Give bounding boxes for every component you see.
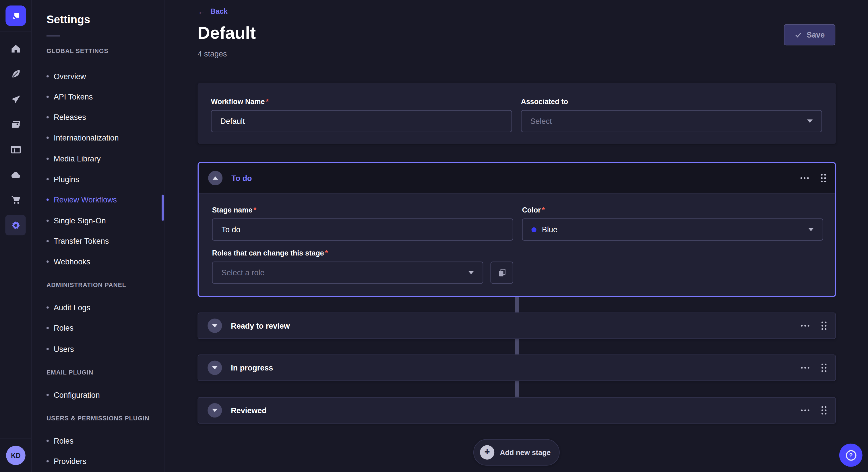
expand-stage-button[interactable]: [208, 318, 222, 333]
sidebar-item-webhooks[interactable]: Webhooks: [46, 256, 90, 267]
sidebar-item-audit-logs[interactable]: Audit Logs: [46, 302, 90, 313]
stage-name-label: Stage name*: [212, 206, 513, 214]
more-options-icon[interactable]: [801, 367, 803, 369]
bullet-icon: [46, 348, 49, 350]
strapi-logo[interactable]: [5, 5, 26, 26]
associated-to-placeholder: Select: [530, 117, 552, 126]
sidebar-item-transfer-tokens[interactable]: Transfer Tokens: [46, 236, 109, 247]
sidebar-item-media-library[interactable]: Media Library: [46, 153, 101, 164]
color-label: Color*: [522, 206, 823, 214]
sidebar-item-up-roles[interactable]: Roles: [46, 435, 73, 446]
home-icon[interactable]: [5, 38, 26, 59]
question-mark-icon: ?: [846, 450, 856, 461]
bullet-icon: [46, 158, 49, 160]
section-administration-panel: ADMINISTRATION PANEL: [46, 281, 126, 288]
settings-sidebar: Settings GLOBAL SETTINGS Overview API To…: [32, 0, 164, 472]
back-link[interactable]: ← Back: [198, 7, 228, 15]
content-feather-icon[interactable]: [5, 63, 26, 84]
color-swatch-blue: [531, 227, 536, 232]
stage-header-to-do[interactable]: To do: [198, 163, 835, 194]
media-library-icon[interactable]: [5, 114, 26, 134]
sidebar-scrollbar[interactable]: [162, 195, 164, 221]
bullet-icon: [46, 198, 49, 201]
bullet-icon: [46, 116, 49, 119]
user-avatar[interactable]: KD: [6, 446, 25, 465]
avatar-initials: KD: [11, 452, 20, 460]
sidebar-item-review-workflows[interactable]: Review Workflows: [46, 194, 117, 205]
sidebar-item-providers[interactable]: Providers: [46, 456, 86, 467]
required-mark: *: [542, 206, 545, 214]
sidebar-item-configuration[interactable]: Configuration: [46, 390, 100, 401]
add-new-stage-button[interactable]: + Add new stage: [473, 439, 560, 466]
bullet-icon: [46, 240, 49, 242]
strapi-logo-icon: [10, 10, 22, 22]
more-options-icon[interactable]: [801, 409, 803, 411]
associated-to-select[interactable]: Select: [521, 110, 822, 132]
required-mark: *: [253, 206, 256, 214]
roles-label: Roles that can change this stage*: [212, 249, 513, 257]
sidebar-item-plugins[interactable]: Plugins: [46, 174, 79, 185]
collapse-stage-button[interactable]: [208, 171, 222, 185]
sidebar-item-api-tokens[interactable]: API Tokens: [46, 91, 93, 102]
sidebar-item-admin-roles[interactable]: Roles: [46, 322, 73, 334]
stage-title: Ready to review: [231, 322, 290, 330]
required-mark: *: [266, 97, 269, 105]
expand-stage-button[interactable]: [208, 403, 222, 417]
expand-stage-button[interactable]: [208, 361, 222, 375]
stage-card-to-do: To do Stage name* Color*: [198, 162, 836, 297]
stage-title: Reviewed: [231, 406, 267, 415]
workflow-form-panel: Workflow Name* Associated to Select: [198, 83, 836, 144]
stage-row-in-progress[interactable]: In progress: [198, 355, 836, 381]
drag-handle-icon[interactable]: [822, 364, 823, 365]
chevron-down-icon: [807, 120, 813, 123]
sidebar-item-internationalization[interactable]: Internationalization: [46, 132, 119, 143]
bullet-icon: [46, 136, 49, 139]
chevron-down-icon: [212, 324, 218, 328]
send-plane-icon[interactable]: [5, 89, 26, 109]
sidebar-item-single-sign-on[interactable]: Single Sign-On: [46, 215, 106, 226]
chevron-down-icon: [808, 228, 814, 231]
help-button[interactable]: ?: [839, 444, 863, 467]
sidebar-item-users[interactable]: Users: [46, 343, 74, 355]
cloud-icon[interactable]: [5, 165, 26, 185]
stage-row-ready-to-review[interactable]: Ready to review: [198, 312, 836, 339]
copy-icon: [497, 268, 507, 278]
back-label: Back: [210, 7, 228, 15]
workflow-name-field: [211, 110, 512, 132]
page-title: Default: [198, 23, 256, 43]
bullet-icon: [46, 260, 49, 263]
section-email-plugin: EMAIL PLUGIN: [46, 369, 93, 375]
stage-name-field: [212, 218, 513, 241]
drag-handle-icon[interactable]: [822, 406, 823, 408]
drag-handle-icon[interactable]: [822, 322, 823, 323]
save-button[interactable]: Save: [784, 24, 835, 45]
color-select[interactable]: Blue: [522, 218, 823, 241]
stage-row-reviewed[interactable]: Reviewed: [198, 397, 836, 424]
layout-icon[interactable]: [5, 139, 26, 160]
marketplace-cart-icon[interactable]: [5, 190, 26, 210]
rail-divider: [0, 32, 32, 32]
workflow-name-input[interactable]: [220, 117, 503, 126]
stage-name-input[interactable]: [221, 225, 504, 234]
color-value: Blue: [542, 225, 557, 234]
settings-gear-icon[interactable]: [5, 215, 26, 235]
stage-connector: [515, 381, 519, 397]
more-options-icon[interactable]: [801, 177, 802, 179]
section-users-permissions-plugin: USERS & PERMISSIONS PLUGIN: [46, 415, 150, 421]
sidebar-item-releases[interactable]: Releases: [46, 112, 86, 123]
drag-handle-icon[interactable]: [821, 174, 823, 176]
sidebar-item-overview[interactable]: Overview: [46, 71, 86, 82]
check-icon: [795, 31, 802, 39]
duplicate-stage-button[interactable]: [491, 262, 513, 283]
bullet-icon: [46, 178, 49, 180]
roles-placeholder: Select a role: [221, 268, 265, 277]
stage-title: In progress: [231, 363, 273, 372]
associated-to-label: Associated to: [521, 97, 822, 105]
plus-icon: +: [480, 445, 494, 460]
stage-title: To do: [231, 174, 252, 183]
back-arrow-icon: ←: [198, 7, 206, 15]
bullet-icon: [46, 306, 49, 308]
more-options-icon[interactable]: [801, 325, 803, 327]
roles-select[interactable]: Select a role: [212, 262, 484, 283]
rail-divider: [0, 438, 32, 439]
